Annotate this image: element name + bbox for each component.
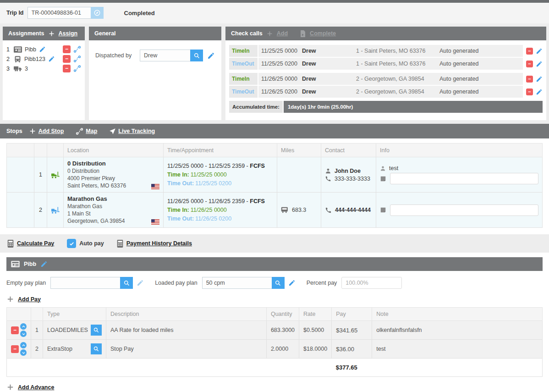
map-button[interactable]: Map <box>86 128 97 134</box>
auto-pay-label: Auto pay <box>79 240 104 247</box>
empty-pay-plan-input[interactable] <box>50 277 120 289</box>
check-call-note: Auto generated <box>439 48 523 54</box>
accumulated-time-label: Accumulated time: <box>229 101 283 113</box>
check-call-row: TimeIn 11/25/25 0000 Drew 1 - Saint Pete… <box>229 45 543 57</box>
stop-city-line: Saint Peters, MO 63376 <box>67 182 126 189</box>
check-call-type: TimeIn <box>229 45 258 57</box>
assignment-number: 2 <box>6 56 11 62</box>
remove-check-call-button[interactable]: − <box>526 48 533 55</box>
stop-info-input[interactable] <box>390 173 538 184</box>
edit-check-call-pencil-icon[interactable] <box>536 88 543 95</box>
pay-rate: $0.5000 <box>299 321 332 340</box>
pay-type-search-button[interactable] <box>91 343 102 354</box>
route-icon[interactable] <box>73 55 81 63</box>
stop-fcfs: FCFS <box>250 163 265 169</box>
check-call-row: TimeIn 11/26/25 0000 Drew 2 - Georgetown… <box>229 73 543 85</box>
remove-assignment-button[interactable]: − <box>63 65 71 72</box>
edit-dispatcher-pencil-icon[interactable] <box>207 52 215 60</box>
time-out-value: 11/25/25 0200 <box>195 180 231 187</box>
plus-icon <box>48 30 55 37</box>
check-call-datetime: 11/25/25 0000 <box>258 48 302 54</box>
loaded-pay-plan-label: Loaded pay plan <box>155 280 197 286</box>
edit-loaded-plan-pencil-icon[interactable] <box>288 279 296 287</box>
map-route-icon <box>76 127 83 135</box>
edit-empty-plan-pencil-icon[interactable] <box>137 279 144 287</box>
check-calls-title: Check calls <box>231 30 263 37</box>
add-check-call-button[interactable]: Add <box>277 30 288 37</box>
pay-total-row: $377.65 <box>7 359 543 377</box>
time-in-value: 11/26/25 0000 <box>191 207 227 213</box>
remove-check-call-button[interactable]: − <box>526 76 533 83</box>
contact-phone: 444-444-4444 <box>335 207 371 213</box>
dispatcher-search-button[interactable] <box>190 50 203 61</box>
remove-pay-button[interactable]: − <box>11 345 19 353</box>
pay-type-search-button[interactable] <box>91 325 102 336</box>
panels-row: Assignments Assign 1 Pibb − 2 Pibb123 − <box>0 23 549 120</box>
time-out-label: Time Out: <box>167 215 194 222</box>
payee-name: Pibb <box>24 261 36 267</box>
remove-pay-button[interactable]: − <box>11 326 19 334</box>
time-in-label: Time In: <box>167 207 189 213</box>
pay-toolbar: Calculate Pay Auto pay Payment History D… <box>0 234 549 253</box>
check-call-note: Auto generated <box>439 61 523 67</box>
assignment-name: Pibb123 <box>24 56 45 62</box>
assign-button[interactable]: Assign <box>59 30 78 37</box>
edit-check-call-pencil-icon[interactable] <box>536 61 543 67</box>
move-down-icon[interactable] <box>20 331 27 337</box>
trip-status: Completed <box>124 10 155 17</box>
stop-info-input[interactable] <box>390 204 538 216</box>
remove-check-call-button[interactable]: − <box>526 88 533 95</box>
trip-lookup-button[interactable] <box>91 7 104 19</box>
search-icon <box>123 280 130 287</box>
live-tracking-button[interactable]: Live Tracking <box>118 128 155 134</box>
remove-check-call-button[interactable]: − <box>526 61 533 67</box>
plus-icon <box>29 127 36 135</box>
stop-address-line: 4000 Premier Pkwy <box>67 175 159 182</box>
pay-rate: $18.0000 <box>299 340 332 359</box>
check-call-datetime: 11/25/25 0200 <box>258 61 302 67</box>
loaded-pay-plan-input[interactable] <box>202 277 272 289</box>
edit-payee-pencil-icon[interactable] <box>40 260 48 268</box>
driver-id-card-icon <box>14 46 22 53</box>
move-down-icon[interactable] <box>20 349 27 356</box>
loaded-plan-search-button[interactable] <box>272 277 285 289</box>
trip-id-label: Trip Id <box>6 10 24 16</box>
remove-assignment-button[interactable]: − <box>63 45 71 53</box>
pay-type: LOADEDMILES <box>47 327 88 333</box>
pay-plans-row: Empty pay plan Loaded pay plan Percent p… <box>6 277 543 289</box>
plus-icon-disabled <box>266 30 273 37</box>
add-stop-button[interactable]: Add Stop <box>38 128 64 134</box>
assignments-panel: Assignments Assign 1 Pibb − 2 Pibb123 − <box>3 27 85 120</box>
edit-check-call-pencil-icon[interactable] <box>536 76 543 83</box>
move-up-icon[interactable] <box>20 323 27 330</box>
contact-phone: 333-333-3333 <box>335 176 370 182</box>
add-pay-row: Add Pay <box>6 295 543 303</box>
pay-row-number: 1 <box>31 321 43 340</box>
auto-pay-checkbox[interactable] <box>67 239 76 248</box>
route-icon[interactable] <box>73 65 81 72</box>
percent-pay-label: Percent pay <box>307 280 337 286</box>
calculate-pay-button[interactable]: Calculate Pay <box>17 240 54 247</box>
route-icon[interactable] <box>73 45 81 53</box>
add-advance-button[interactable]: Add Advance <box>18 384 54 391</box>
calculator-icon <box>117 240 123 248</box>
edit-check-call-pencil-icon[interactable] <box>536 48 543 55</box>
edit-pencil-icon[interactable] <box>39 46 46 53</box>
time-out-label: Time Out: <box>167 180 194 187</box>
time-out-value: 11/26/25 0200 <box>195 215 231 222</box>
search-icon <box>274 280 281 287</box>
dispatched-by-input[interactable] <box>140 50 190 61</box>
remove-assignment-button[interactable]: − <box>63 55 71 63</box>
move-up-icon[interactable] <box>20 342 27 348</box>
percent-pay-input[interactable] <box>341 277 402 289</box>
payment-history-details-button[interactable]: Payment History Details <box>126 240 192 247</box>
search-icon <box>193 52 200 59</box>
check-call-location: 1 - Saint Peters, MO 63376 <box>356 61 439 67</box>
edit-pencil-icon[interactable] <box>48 55 55 62</box>
assignment-row-truck: 2 Pibb123 − <box>6 54 81 64</box>
empty-plan-search-button[interactable] <box>120 277 133 289</box>
add-pay-button[interactable]: Add Pay <box>18 296 41 303</box>
empty-pay-plan-label: Empty pay plan <box>6 280 46 286</box>
trip-id-input[interactable] <box>27 7 91 19</box>
complete-check-calls-button[interactable]: Complete <box>310 30 336 37</box>
